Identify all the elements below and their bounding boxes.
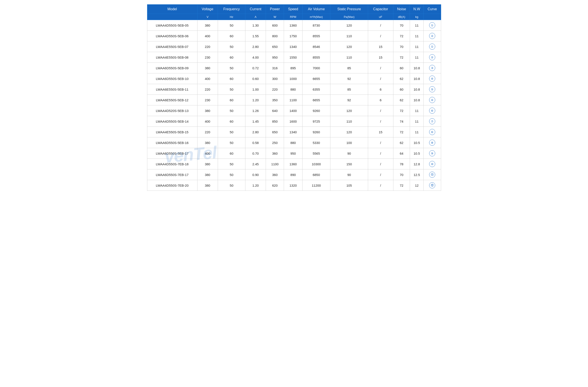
cell-nw: 11 — [410, 127, 424, 137]
cell-noise: 70 — [393, 20, 410, 31]
cell-nw: 12.8 — [410, 159, 424, 169]
cell-nw: 10.5 — [410, 148, 424, 159]
curve-circle: ④ — [429, 76, 435, 82]
cell-nw: 12.5 — [410, 169, 424, 180]
cell-nw: 10.5 — [410, 137, 424, 148]
cell-power: 220 — [266, 84, 284, 95]
cell-voltage: 380 — [197, 63, 218, 73]
cell-staticPressure: 110 — [330, 116, 368, 127]
curve-circle: ④ — [429, 97, 435, 103]
subheader-static-pressure: Pa(Max) — [330, 14, 368, 20]
table-row: LWAA6D550S-5EB-17400600.70360950556590/6… — [147, 148, 441, 159]
cell-power: 250 — [266, 137, 284, 148]
cell-curve: ⑨ — [424, 148, 441, 159]
cell-model: LWAA4D520S-5EB-13 — [147, 105, 197, 116]
header-frequency: Frequency — [218, 5, 245, 14]
header-power: Power — [266, 5, 284, 14]
cell-speed: 1320 — [284, 180, 302, 191]
cell-staticPressure: 92 — [330, 73, 368, 84]
cell-capacitor: / — [368, 105, 393, 116]
curve-circle: ② — [429, 54, 435, 60]
cell-airVolume: 7000 — [302, 63, 330, 73]
cell-capacitor: 15 — [368, 127, 393, 137]
cell-current: 0.70 — [245, 148, 266, 159]
header-current: Current — [245, 5, 266, 14]
table-row: LWAA6D550S-5EB-16380500.582508805330100/… — [147, 137, 441, 148]
table-row: LWAA4E550S-5EB-07220502.8065013408546120… — [147, 41, 441, 52]
cell-speed: 890 — [284, 169, 302, 180]
cell-staticPressure: 105 — [330, 180, 368, 191]
cell-curve: ⑩ — [424, 159, 441, 169]
cell-voltage: 380 — [197, 105, 218, 116]
cell-curve: ① — [424, 41, 441, 52]
cell-nw: 11 — [410, 31, 424, 41]
cell-speed: 950 — [284, 148, 302, 159]
cell-capacitor: 15 — [368, 52, 393, 63]
subheader-model — [147, 14, 197, 20]
cell-noise: 60 — [393, 84, 410, 95]
cell-noise: 62 — [393, 137, 410, 148]
cell-frequency: 50 — [218, 137, 245, 148]
cell-capacitor: / — [368, 116, 393, 127]
cell-curve: ⑧ — [424, 137, 441, 148]
cell-noise: 78 — [393, 159, 410, 169]
cell-airVolume: 8555 — [302, 52, 330, 63]
cell-noise: 72 — [393, 180, 410, 191]
cell-frequency: 60 — [218, 73, 245, 84]
header-speed: Speed — [284, 5, 302, 14]
cell-power: 640 — [266, 105, 284, 116]
cell-model: LWAA4D550S-7EB-18 — [147, 159, 197, 169]
cell-current: 1.45 — [245, 116, 266, 127]
cell-model: LWAA4E550S-5EB-15 — [147, 127, 197, 137]
cell-voltage: 230 — [197, 52, 218, 63]
cell-noise: 70 — [393, 169, 410, 180]
cell-voltage: 220 — [197, 84, 218, 95]
cell-voltage: 380 — [197, 169, 218, 180]
cell-power: 650 — [266, 41, 284, 52]
cell-model: LWAA4D550S-5EB-06 — [147, 31, 197, 41]
cell-frequency: 60 — [218, 116, 245, 127]
subheader-noise: dB(A) — [393, 14, 410, 20]
cell-curve: ⑪ — [424, 169, 441, 180]
cell-current: 0.58 — [245, 137, 266, 148]
table-row: LWAA4D550S-7EB-18380502.4511001360103001… — [147, 159, 441, 169]
cell-model: LWAA6D550S-5EB-10 — [147, 73, 197, 84]
cell-power: 350 — [266, 95, 284, 105]
table-row: LWAA4D520S-5EB-13380501.2664014009260120… — [147, 105, 441, 116]
curve-circle: ⑤ — [429, 86, 435, 92]
table-wrapper: venTel Model Voltage Frequency Current P… — [147, 4, 441, 191]
cell-curve: ⑥ — [424, 105, 441, 116]
curve-circle: ⑥ — [429, 108, 435, 114]
cell-staticPressure: 85 — [330, 84, 368, 95]
cell-frequency: 60 — [218, 95, 245, 105]
cell-staticPressure: 120 — [330, 20, 368, 31]
cell-airVolume: 6355 — [302, 84, 330, 95]
cell-curve: ② — [424, 31, 441, 41]
cell-staticPressure: 120 — [330, 105, 368, 116]
cell-voltage: 380 — [197, 137, 218, 148]
cell-staticPressure: 110 — [330, 52, 368, 63]
cell-airVolume: 9725 — [302, 116, 330, 127]
cell-power: 600 — [266, 20, 284, 31]
cell-current: 2.80 — [245, 127, 266, 137]
cell-current: 0.72 — [245, 63, 266, 73]
cell-frequency: 50 — [218, 84, 245, 95]
cell-frequency: 50 — [218, 159, 245, 169]
cell-speed: 1360 — [284, 20, 302, 31]
cell-nw: 10.8 — [410, 95, 424, 105]
cell-frequency: 60 — [218, 52, 245, 63]
cell-voltage: 230 — [197, 95, 218, 105]
cell-staticPressure: 90 — [330, 169, 368, 180]
cell-capacitor: / — [368, 31, 393, 41]
header-voltage: Voltage — [197, 5, 218, 14]
cell-power: 650 — [266, 127, 284, 137]
table-row: LWAA6D550S-5EB-09380500.72316895700085/6… — [147, 63, 441, 73]
cell-airVolume: 10300 — [302, 159, 330, 169]
cell-airVolume: 5330 — [302, 137, 330, 148]
cell-model: LWAA4D550S-5EB-05 — [147, 20, 197, 31]
cell-airVolume: 6850 — [302, 169, 330, 180]
cell-voltage: 380 — [197, 159, 218, 169]
table-row: LWAA4D550S-7EB-20380501.2062013201120010… — [147, 180, 441, 191]
cell-noise: 64 — [393, 148, 410, 159]
cell-airVolume: 8555 — [302, 31, 330, 41]
